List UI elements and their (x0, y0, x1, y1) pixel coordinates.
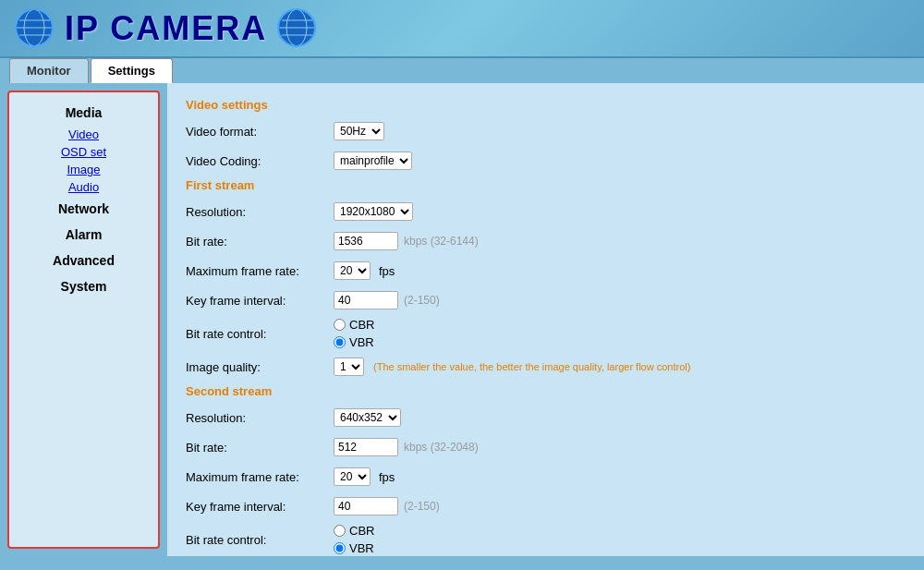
first-cbr-label: CBR (349, 318, 374, 332)
first-quality-select[interactable]: 123456 (334, 358, 364, 376)
first-bitratecontrol-group: CBR VBR (334, 318, 374, 349)
video-coding-select[interactable]: mainprofile baseline highprofile (334, 152, 412, 170)
video-format-row: Video format: 50Hz 60Hz (186, 119, 906, 143)
globe-left-icon (14, 7, 55, 49)
video-format-select[interactable]: 50Hz 60Hz (334, 122, 384, 140)
second-keyframe-input[interactable] (334, 497, 398, 515)
sidebar-item-video[interactable]: Video (9, 126, 158, 143)
first-vbr-label: VBR (349, 335, 374, 349)
second-bitratecontrol-row: Bit rate control: CBR VBR (186, 524, 906, 555)
first-maxfps-row: Maximum frame rate: 2015105 fps (186, 259, 906, 283)
second-bitratecontrol-group: CBR VBR (334, 524, 374, 555)
second-resolution-row: Resolution: 640x352 320x240 160x120 (186, 406, 906, 430)
sidebar: Media Video OSD set Image Audio Network … (7, 91, 160, 549)
second-bitrate-input[interactable] (334, 438, 398, 456)
first-resolution-label: Resolution: (186, 205, 334, 219)
first-resolution-row: Resolution: 1920x1080 1280x720 640x480 (186, 200, 906, 224)
second-cbr-label: CBR (349, 524, 374, 538)
second-maxfps-select[interactable]: 2015105 (334, 467, 371, 486)
first-bitrate-label: Bit rate: (186, 235, 334, 249)
app-title: IP CAMERA (65, 9, 267, 48)
first-stream-title: First stream (186, 178, 906, 192)
tab-settings[interactable]: Settings (91, 58, 173, 83)
sidebar-section-alarm[interactable]: Alarm (9, 222, 158, 248)
second-stream-title: Second stream (186, 384, 906, 398)
sidebar-item-audio[interactable]: Audio (9, 178, 158, 196)
first-bitrate-input[interactable] (334, 232, 398, 250)
first-quality-row: Image quality: 123456 (The smaller the v… (186, 355, 906, 379)
first-resolution-select[interactable]: 1920x1080 1280x720 640x480 (334, 202, 413, 221)
second-vbr-option[interactable]: VBR (334, 541, 374, 555)
first-maxfps-unit: fps (379, 264, 395, 278)
video-coding-label: Video Coding: (186, 154, 334, 168)
sidebar-item-image[interactable]: Image (9, 161, 158, 178)
first-maxfps-select[interactable]: 2015105 (334, 261, 371, 280)
globe-right-icon (276, 7, 318, 49)
header: IP CAMERA (0, 0, 924, 58)
sidebar-section-media: Media (9, 100, 158, 126)
video-settings-title: Video settings (186, 98, 906, 112)
second-cbr-option[interactable]: CBR (334, 524, 374, 538)
second-keyframe-row: Key frame interval: (2-150) (186, 494, 906, 518)
second-vbr-radio[interactable] (334, 542, 346, 554)
second-vbr-label: VBR (349, 541, 374, 555)
video-coding-row: Video Coding: mainprofile baseline highp… (186, 149, 906, 173)
first-vbr-radio[interactable] (334, 336, 346, 348)
first-bitrate-row: Bit rate: kbps (32-6144) (186, 229, 906, 253)
second-maxfps-unit: fps (379, 470, 395, 484)
sidebar-item-osd[interactable]: OSD set (9, 143, 158, 161)
second-cbr-radio[interactable] (334, 525, 346, 537)
second-resolution-select[interactable]: 640x352 320x240 160x120 (334, 408, 401, 427)
first-bitratecontrol-row: Bit rate control: CBR VBR (186, 318, 906, 349)
first-cbr-radio[interactable] (334, 319, 346, 331)
first-keyframe-input[interactable] (334, 291, 398, 309)
main-layout: Media Video OSD set Image Audio Network … (0, 83, 924, 556)
first-keyframe-label: Key frame interval: (186, 294, 334, 308)
second-bitrate-label: Bit rate: (186, 441, 334, 455)
second-bitrate-row: Bit rate: kbps (32-2048) (186, 435, 906, 459)
second-resolution-label: Resolution: (186, 411, 334, 425)
second-bitratecontrol-label: Bit rate control: (186, 533, 334, 547)
first-cbr-option[interactable]: CBR (334, 318, 374, 332)
second-maxfps-label: Maximum frame rate: (186, 470, 334, 484)
nav-tabs: Monitor Settings (0, 58, 924, 83)
sidebar-section-network[interactable]: Network (9, 196, 158, 222)
first-bitrate-hint: kbps (32-6144) (404, 235, 479, 248)
sidebar-section-advanced[interactable]: Advanced (9, 248, 158, 273)
second-keyframe-hint: (2-150) (404, 500, 440, 513)
first-keyframe-row: Key frame interval: (2-150) (186, 288, 906, 312)
second-bitrate-hint: kbps (32-2048) (404, 441, 479, 454)
first-maxfps-label: Maximum frame rate: (186, 264, 334, 278)
second-keyframe-label: Key frame interval: (186, 500, 334, 514)
first-keyframe-hint: (2-150) (404, 294, 440, 307)
content-area: Video settings Video format: 50Hz 60Hz V… (167, 83, 924, 556)
sidebar-section-system[interactable]: System (9, 273, 158, 299)
first-quality-label: Image quality: (186, 360, 334, 374)
tab-monitor[interactable]: Monitor (9, 58, 89, 83)
second-maxfps-row: Maximum frame rate: 2015105 fps (186, 465, 906, 489)
first-quality-hint: (The smaller the value, the better the i… (373, 361, 690, 372)
first-vbr-option[interactable]: VBR (334, 335, 374, 349)
video-format-label: Video format: (186, 125, 334, 139)
first-bitratecontrol-label: Bit rate control: (186, 327, 334, 341)
